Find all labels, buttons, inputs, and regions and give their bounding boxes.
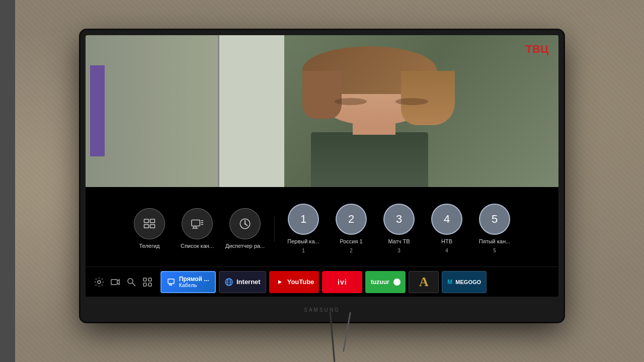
- channel-4-name: НТВ: [441, 238, 452, 245]
- cable-right: [343, 312, 351, 351]
- channel-item-4[interactable]: 4 НТВ 4: [426, 204, 468, 253]
- tv-list-icon: [190, 216, 205, 231]
- channel-4-circle[interactable]: 4: [431, 204, 462, 235]
- promo-sub: Кабель: [179, 283, 209, 288]
- channel-2-sub: 2: [350, 248, 353, 253]
- promo-label: Прямой ...: [179, 276, 209, 283]
- tv-screen: ТВЦ Телегид: [86, 35, 558, 297]
- app-internet[interactable]: Internet: [219, 271, 266, 293]
- cable-left: [330, 312, 336, 362]
- svg-rect-21: [143, 283, 146, 286]
- app-bar: Прямой ... Кабель Internet: [86, 266, 558, 297]
- app-megogo[interactable]: M MEGOGO: [442, 271, 487, 293]
- svg-rect-4: [192, 220, 200, 226]
- input-icon[interactable]: [109, 276, 121, 288]
- channel-2-num: 2: [348, 213, 354, 226]
- youtube-label: YouTube: [287, 278, 314, 286]
- channel-1-circle[interactable]: 1: [288, 204, 319, 235]
- channel-3-sub: 3: [397, 248, 400, 253]
- channel-4-num: 4: [444, 213, 450, 226]
- divider: [274, 216, 275, 241]
- megogo-label: MEGOGO: [455, 279, 481, 285]
- teleguide-label: Телегид: [139, 242, 160, 249]
- tv-small-icon: [168, 279, 177, 286]
- settings-icon[interactable]: [93, 276, 105, 288]
- teleguide-circle[interactable]: [134, 208, 165, 239]
- svg-point-17: [128, 279, 133, 284]
- scheduler-circle[interactable]: [229, 208, 261, 239]
- grid-icon: [142, 216, 157, 231]
- promo-text: Прямой ... Кабель: [179, 276, 209, 288]
- channel-2-circle[interactable]: 2: [336, 204, 367, 235]
- video-content: ТВЦ: [86, 35, 558, 187]
- channel-item-5[interactable]: 5 Пятый кан... 5: [473, 204, 516, 253]
- svg-line-18: [132, 283, 135, 286]
- system-icons: [93, 276, 153, 288]
- svg-point-14: [245, 223, 246, 224]
- channel-1-sub: 1: [302, 248, 305, 253]
- channel-3-num: 3: [396, 213, 402, 226]
- app-youtube[interactable]: YouTube: [269, 271, 319, 293]
- menu-item-scheduler[interactable]: Диспетчер ра...: [224, 208, 267, 249]
- channel-1-num: 1: [300, 213, 306, 226]
- svg-rect-19: [143, 278, 146, 281]
- wall-left: [0, 0, 15, 362]
- channel-1-name: Первый ка...: [287, 238, 319, 245]
- clock-icon: [237, 216, 253, 231]
- video-scene: [86, 35, 558, 187]
- menu-item-teleguide[interactable]: Телегид: [128, 208, 171, 249]
- svg-rect-0: [144, 219, 149, 223]
- ivi-label: ivi: [338, 278, 347, 286]
- channel-3-name: Матч ТВ: [388, 238, 410, 245]
- app-ivi[interactable]: ivi: [322, 271, 362, 293]
- tuzuur-label: tuzuur: [371, 279, 389, 286]
- channel-item-3[interactable]: 3 Матч ТВ 3: [378, 204, 421, 253]
- apps-icon[interactable]: [141, 276, 153, 288]
- scheduler-label: Диспетчер ра...: [225, 242, 265, 249]
- svg-rect-16: [111, 280, 117, 285]
- channel-grid: Телегид С: [86, 187, 558, 266]
- internet-label: Internet: [236, 278, 261, 286]
- promo-inner: Прямой ... Кабель: [168, 276, 209, 288]
- app-tuzuur[interactable]: tuzuur: [365, 271, 406, 293]
- channel-3-circle[interactable]: 3: [383, 204, 415, 235]
- channel-logo: ТВЦ: [526, 43, 548, 56]
- channel-5-name: Пятый кан...: [479, 238, 510, 245]
- channel-5-circle[interactable]: 5: [479, 204, 510, 235]
- app-amediateka[interactable]: A: [409, 271, 439, 293]
- youtube-icon: [274, 279, 284, 286]
- channel-item-1[interactable]: 1 Первый ка... 1: [282, 204, 325, 253]
- app-promo[interactable]: Прямой ... Кабель: [160, 271, 216, 293]
- svg-rect-22: [148, 283, 151, 286]
- svg-rect-23: [168, 279, 174, 284]
- svg-rect-3: [150, 224, 155, 228]
- scene-door: [218, 35, 289, 187]
- svg-rect-1: [150, 219, 155, 223]
- channel-item-2[interactable]: 2 Россия 1 2: [330, 204, 373, 253]
- tv-brand: SAMSUNG: [304, 307, 340, 313]
- tuzuur-logo-circle: [393, 279, 400, 286]
- search-icon[interactable]: [125, 276, 137, 288]
- channels-label: Список кан...: [181, 242, 214, 249]
- channel-2-name: Россия 1: [340, 238, 362, 245]
- svg-rect-20: [148, 278, 151, 281]
- person: [284, 50, 464, 187]
- menu-item-channels[interactable]: Список кан...: [176, 208, 219, 249]
- smart-panel: Телегид С: [86, 187, 558, 297]
- tv-frame: ТВЦ Телегид: [80, 30, 564, 322]
- channels-circle[interactable]: [182, 208, 213, 239]
- svg-point-15: [98, 281, 101, 284]
- svg-rect-2: [144, 224, 149, 228]
- channel-5-num: 5: [492, 213, 498, 226]
- megogo-m: M: [447, 279, 452, 286]
- channel-4-sub: 4: [445, 248, 448, 253]
- channel-5-sub: 5: [493, 248, 496, 253]
- globe-icon: [224, 278, 233, 287]
- amediateka-label: A: [419, 275, 429, 290]
